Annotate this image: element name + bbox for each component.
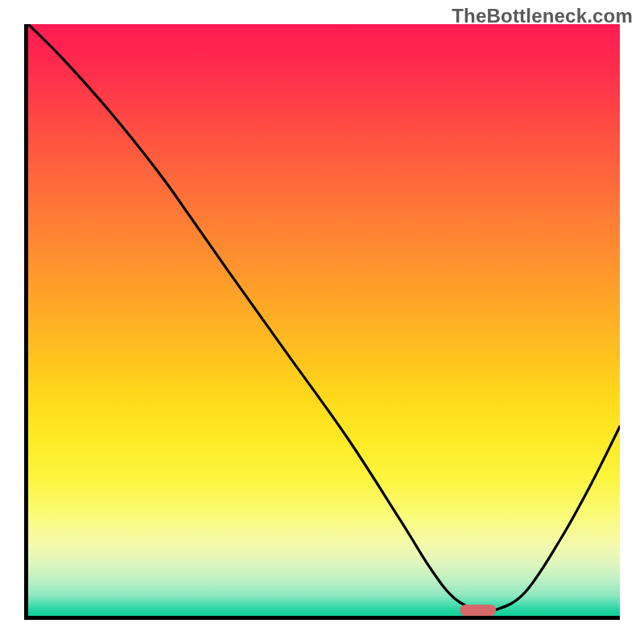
optimal-marker bbox=[460, 605, 497, 616]
chart-canvas: TheBottleneck.com bbox=[0, 0, 644, 644]
plot-area bbox=[24, 24, 620, 620]
bottleneck-curve bbox=[28, 24, 620, 616]
